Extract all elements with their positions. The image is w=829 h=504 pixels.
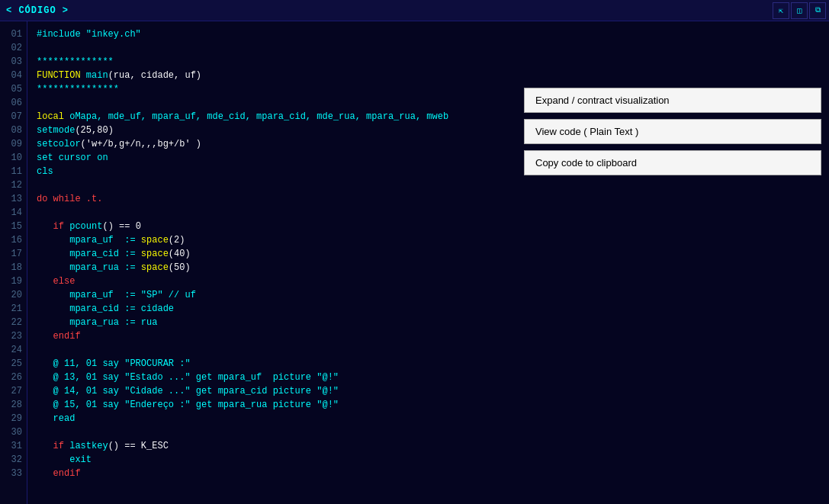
main-content: 0102030405060708091011121314151617181920…	[0, 21, 829, 504]
line-numbers: 0102030405060708091011121314151617181920…	[0, 21, 27, 504]
code-token: ('w+/b,g+/n,,,bg+/b' )	[81, 139, 201, 149]
code-token: if	[37, 221, 69, 232]
code-token: @ 11, 01 say "PROCURAR :"	[37, 358, 191, 369]
line-number: 07	[0, 110, 27, 124]
code-line: local oMapa, mde_uf, mpara_uf, mde_cid, …	[37, 110, 515, 124]
line-number: 18	[0, 261, 27, 274]
code-token: #include "inkey.ch"	[37, 29, 141, 40]
code-line: #include "inkey.ch"	[37, 27, 515, 41]
line-number: 17	[0, 247, 27, 261]
code-line: @ 14, 01 say "Cidade ..." get mpara_cid …	[37, 384, 515, 398]
line-number: 29	[0, 412, 27, 425]
line-number: 28	[0, 398, 27, 412]
code-line	[37, 178, 515, 192]
line-number: 30	[0, 425, 27, 439]
code-token: mpara_rua := rua	[37, 317, 157, 328]
code-token: if	[37, 441, 69, 451]
line-number: 32	[0, 453, 27, 467]
code-token: else	[37, 276, 75, 287]
code-token: () == 0	[102, 221, 140, 232]
line-number: 13	[0, 192, 27, 206]
tooltip-copy-label: Copy code to clipboard	[535, 157, 637, 169]
code-line	[37, 41, 515, 55]
code-token: space	[141, 262, 169, 273]
tooltip-copy[interactable]: Copy code to clipboard	[524, 150, 821, 175]
code-line	[37, 425, 515, 439]
code-line: mpara_rua := space(50)	[37, 261, 515, 274]
code-token: mpara_uf := "SP" // uf	[37, 290, 196, 300]
code-line	[37, 343, 515, 357]
line-number: 05	[0, 82, 27, 96]
line-number: 15	[0, 220, 27, 233]
code-token: (50)	[169, 262, 191, 273]
tooltip-expand-label: Expand / contract visualization	[535, 95, 670, 106]
code-token: FUNCTION	[37, 70, 86, 81]
code-line: FUNCTION main(rua, cidade, uf)	[37, 69, 515, 82]
code-line: cls	[37, 165, 515, 178]
code-content[interactable]: 0102030405060708091011121314151617181920…	[0, 21, 524, 504]
code-line: mpara_uf := "SP" // uf	[37, 288, 515, 302]
right-panel: Expand / contract visualization View cod…	[524, 21, 829, 504]
code-line: if pcount() == 0	[37, 220, 515, 233]
code-token: @ 14, 01 say "Cidade ..." get mpara_cid …	[37, 386, 339, 396]
copy-code-button[interactable]: ⧉	[809, 2, 826, 19]
code-line: if lastkey() == K_ESC	[37, 439, 515, 453]
code-token: endif	[37, 468, 81, 479]
line-number: 33	[0, 467, 27, 480]
line-number: 04	[0, 69, 27, 82]
code-token: space	[141, 235, 169, 246]
code-line: else	[37, 274, 515, 288]
copy-icon: ⧉	[815, 6, 821, 14]
code-line: setcolor('w+/b,g+/n,,,bg+/b' )	[37, 137, 515, 151]
line-number: 27	[0, 384, 27, 398]
code-line	[37, 96, 515, 110]
line-number: 06	[0, 96, 27, 110]
line-number: 09	[0, 137, 27, 151]
line-number: 10	[0, 151, 27, 165]
line-number: 31	[0, 439, 27, 453]
view-code-button[interactable]: ◫	[791, 2, 808, 19]
line-number: 26	[0, 371, 27, 384]
line-number: 14	[0, 206, 27, 220]
code-token: (2)	[169, 235, 185, 246]
code-line: mpara_uf := space(2)	[37, 233, 515, 247]
code-token: mpara_cid :=	[37, 249, 141, 259]
line-number: 23	[0, 329, 27, 343]
tooltip-viewcode[interactable]: View code ( Plain Text )	[524, 119, 821, 144]
code-token: local	[37, 111, 69, 122]
expand-contract-button[interactable]: ⇱	[773, 2, 789, 19]
code-icon: ◫	[797, 6, 802, 15]
line-number: 21	[0, 302, 27, 316]
line-number: 22	[0, 316, 27, 329]
expand-icon: ⇱	[779, 6, 783, 15]
code-token: set cursor on	[37, 152, 108, 163]
line-number: 25	[0, 357, 27, 371]
header-bar: < CÓDIGO > ⇱ ◫ ⧉	[0, 0, 829, 21]
code-token: @ 15, 01 say "Endereço :" get mpara_rua …	[37, 400, 339, 410]
tooltip-viewcode-label: View code ( Plain Text )	[535, 126, 638, 137]
code-token: cls	[37, 166, 53, 177]
code-token: endif	[37, 331, 81, 342]
code-line: **************	[37, 55, 515, 69]
code-line: read	[37, 412, 515, 425]
code-token: space	[141, 249, 169, 259]
code-token: () == K_ESC	[108, 441, 169, 451]
line-number: 12	[0, 178, 27, 192]
code-line: endif	[37, 329, 515, 343]
code-token: (40)	[169, 249, 191, 259]
code-token: @ 13, 01 say "Estado ..." get mpara_uf p…	[37, 372, 339, 383]
tooltip-expand[interactable]: Expand / contract visualization	[524, 88, 821, 113]
code-token: read	[37, 413, 75, 424]
line-number: 24	[0, 343, 27, 357]
code-line: @ 11, 01 say "PROCURAR :"	[37, 357, 515, 371]
code-line: do while .t.	[37, 192, 515, 206]
code-line: mpara_cid := cidade	[37, 302, 515, 316]
code-token: mpara_cid := cidade	[37, 303, 174, 314]
code-token: **************	[37, 56, 114, 67]
code-line: ***************	[37, 82, 515, 96]
line-number: 20	[0, 288, 27, 302]
code-line	[37, 206, 515, 220]
code-token: (25,80)	[75, 125, 113, 136]
code-token: pcount	[69, 221, 102, 232]
line-number: 19	[0, 274, 27, 288]
